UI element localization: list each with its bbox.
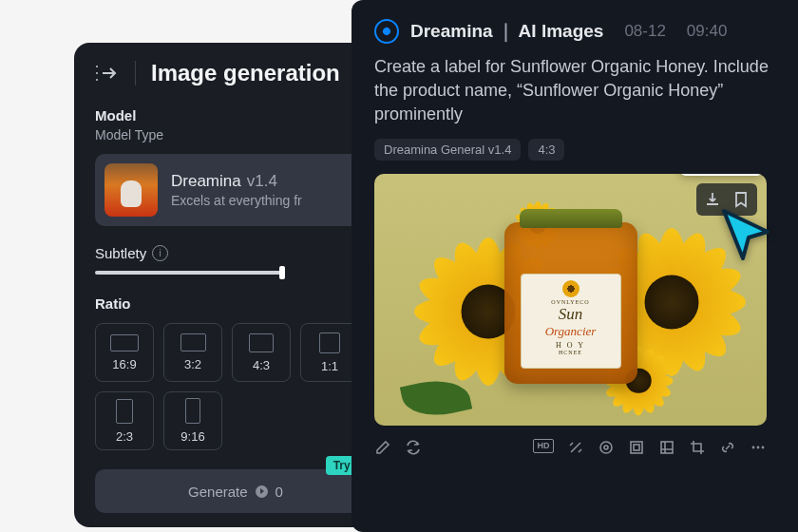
link-icon[interactable] [719,439,736,456]
svg-point-4 [604,446,608,449]
prompt-text: Create a label for Sunflower Organic Hon… [374,55,775,127]
result-panel: Dreamina｜AI Images 08-12 09:40 Create a … [352,0,798,532]
svg-point-10 [762,446,765,448]
more-icon[interactable] [750,439,767,456]
ratio-16-9[interactable]: 16:9 [95,323,154,382]
brand-line: Dreamina｜AI Images [410,19,603,44]
honey-label: OVNLYECO Sun Organcier H O Y HCNEE [521,274,621,369]
model-label: Model [95,107,376,124]
ratio-2-3[interactable]: 2:3 [95,391,154,450]
slider-thumb[interactable] [279,266,285,279]
svg-rect-6 [634,445,639,450]
generate-button[interactable]: Generate 0 Try free [95,469,376,513]
generation-panel: Image generation Model Model Type Dreami… [74,43,397,527]
svg-point-9 [757,446,760,448]
model-description: Excels at everything fr [171,193,302,208]
subtlety-slider[interactable] [95,271,283,275]
meta-pills: Dreamina General v1.4 4:3 [374,139,775,161]
brand-logo-icon [374,19,399,44]
result-header: Dreamina｜AI Images 08-12 09:40 [374,19,775,44]
generated-image[interactable]: OVNLYECO Sun Organcier H O Y HCNEE Downl… [374,174,767,426]
ratio-3-2[interactable]: 3:2 [163,323,222,382]
ratio-label: Ratio [95,295,376,312]
info-icon[interactable]: i [152,245,168,261]
variation-icon[interactable] [598,439,615,456]
enhance-icon[interactable] [567,439,584,456]
regenerate-icon[interactable] [405,439,422,456]
panel-title: Image generation [151,60,340,86]
expand-icon[interactable] [658,439,675,456]
ratio-1-1[interactable]: 1:1 [300,323,359,382]
subtlety-label: Subtlety [95,245,146,261]
ratio-grid: 16:9 3:2 4:3 1:1 2:3 9:16 [95,323,376,450]
model-thumbnail [104,163,158,217]
ratio-4-3[interactable]: 4:3 [232,323,291,382]
svg-point-3 [600,442,612,453]
meta-model-pill[interactable]: Dreamina General v1.4 [374,139,521,161]
result-date: 08-12 [624,22,665,41]
cursor-pointer-icon [718,207,773,266]
panel-header: Image generation [95,60,376,86]
svg-rect-5 [631,442,642,453]
model-selector[interactable]: Dreaminav1.4 Excels at everything fr [95,154,376,226]
ratio-9-16[interactable]: 9:16 [163,391,222,450]
svg-rect-7 [661,442,673,453]
collapse-icon[interactable] [95,63,120,84]
edit-icon[interactable] [374,439,391,456]
svg-point-8 [752,446,755,448]
download-tooltip: Download [680,174,763,176]
meta-ratio-pill[interactable]: 4:3 [528,139,564,161]
hd-icon[interactable]: HD [533,439,554,453]
model-name: Dreaminav1.4 [171,172,302,191]
divider [135,61,136,86]
credits-count: 0 [276,484,283,500]
credits-icon [256,485,268,498]
crop-icon[interactable] [689,439,706,456]
canvas-icon[interactable] [628,439,645,456]
result-time: 09:40 [687,22,728,41]
result-toolbar: HD [374,439,767,456]
subtlety-row: Subtlety i [95,245,376,261]
model-type-label: Model Type [95,127,376,142]
